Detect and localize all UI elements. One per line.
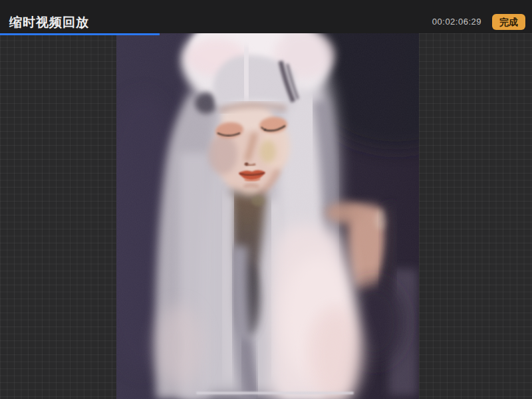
timelapse-video-canvas[interactable] — [116, 33, 419, 399]
playback-progress-fill[interactable] — [0, 33, 160, 35]
done-button[interactable]: 完成 — [492, 14, 525, 30]
painting-portrait — [116, 33, 419, 399]
paint-grain-texture — [116, 33, 419, 399]
playback-timestamp: 00:02:06:29 — [432, 15, 481, 30]
timelapse-playback-screen: 缩时视频回放 00:02:06:29 完成 — [0, 0, 532, 399]
page-title: 缩时视频回放 — [9, 15, 89, 30]
playback-progress-track[interactable] — [0, 33, 532, 35]
header-bar: 缩时视频回放 00:02:06:29 完成 — [0, 0, 532, 33]
